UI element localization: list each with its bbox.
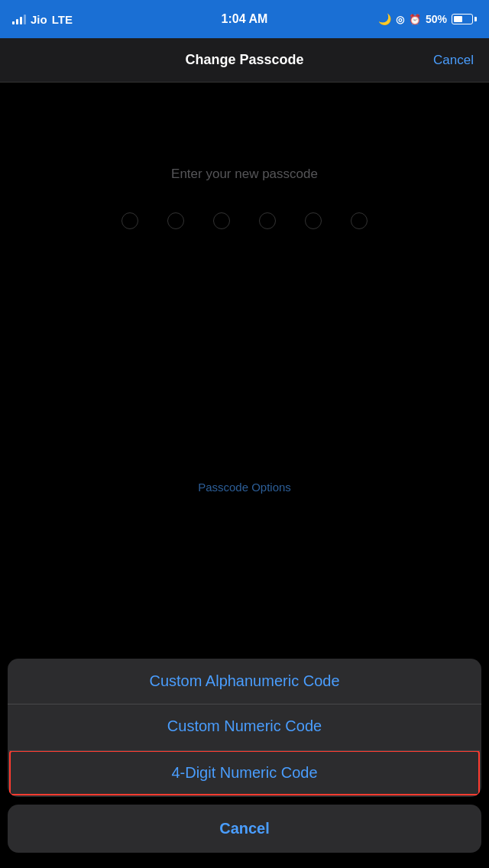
action-sheet-cancel-button[interactable]: Cancel (8, 805, 481, 853)
action-sheet-container: Custom Alphanumeric Code Custom Numeric … (0, 659, 489, 868)
action-item-4digit-numeric[interactable]: 4-Digit Numeric Code (9, 750, 480, 795)
moon-icon: 🌙 (378, 13, 391, 25)
status-right: 🌙 ◎ ⏰ 50% (378, 13, 477, 25)
network-label: LTE (52, 13, 73, 26)
nav-bar: Change Passcode Cancel (0, 38, 489, 83)
cancel-sheet: Cancel (8, 805, 481, 853)
cancel-button[interactable]: Cancel (433, 53, 474, 68)
location-icon: ◎ (396, 14, 404, 25)
action-sheet: Custom Alphanumeric Code Custom Numeric … (8, 659, 481, 797)
action-item-custom-alphanumeric[interactable]: Custom Alphanumeric Code (8, 659, 481, 704)
status-left: Jio LTE (12, 13, 73, 26)
page-title: Change Passcode (185, 52, 303, 68)
action-item-custom-numeric[interactable]: Custom Numeric Code (8, 704, 481, 749)
signal-icon (12, 14, 26, 24)
status-bar: Jio LTE 1:04 AM 🌙 ◎ ⏰ 50% (0, 0, 489, 38)
main-content: Enter your new passcode Passcode Options… (0, 83, 489, 868)
battery-icon (452, 14, 477, 24)
battery-percentage: 50% (426, 13, 447, 25)
carrier-label: Jio (31, 13, 47, 26)
alarm-icon: ⏰ (409, 14, 421, 25)
status-time: 1:04 AM (222, 12, 268, 26)
